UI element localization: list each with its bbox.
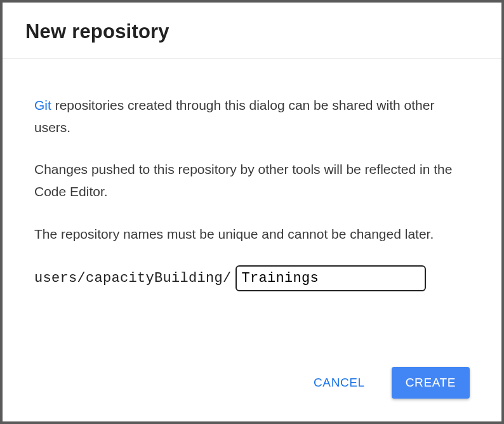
dialog-header: New repository [3,3,501,59]
dialog-paragraph-1: Git repositories created through this di… [34,95,470,138]
repository-name-input[interactable] [235,265,426,291]
dialog-body: Git repositories created through this di… [3,59,501,367]
dialog-title: New repository [25,20,479,43]
dialog-paragraph-2: Changes pushed to this repository by oth… [34,159,470,202]
dialog-paragraph-3: The repository names must be unique and … [34,223,470,246]
dialog-paragraph-1-text: repositories created through this dialog… [34,98,434,135]
dialog-footer: CANCEL CREATE [3,367,501,421]
create-button[interactable]: CREATE [392,367,470,399]
repository-path-row: users/capacityBuilding/ [34,265,470,291]
cancel-button[interactable]: CANCEL [300,367,379,399]
new-repository-dialog: New repository Git repositories created … [0,0,504,424]
git-link[interactable]: Git [34,98,51,112]
repository-path-prefix: users/capacityBuilding/ [34,267,232,290]
